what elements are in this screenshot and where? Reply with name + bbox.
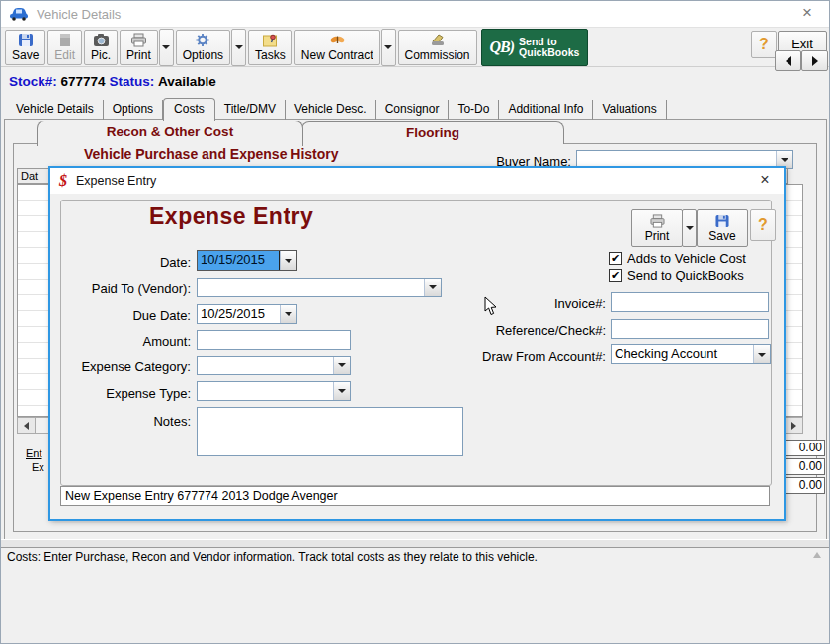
due-date-combo[interactable]: 10/25/2015 [197, 304, 297, 324]
send-to-quickbooks-button[interactable]: QB) Send to QuickBooks [481, 29, 589, 66]
invoice-label: Invoice#: [347, 296, 606, 311]
status-label: Status: [109, 74, 154, 89]
adds-to-vehicle-cost-row: Adds to Vehicle Cost [609, 251, 746, 266]
camera-icon [93, 33, 110, 47]
chevron-down-icon [235, 45, 243, 49]
stock-label: Stock#: [9, 74, 57, 89]
new-contract-button[interactable]: New Contract [294, 30, 380, 65]
save-icon [18, 33, 34, 47]
options-label: Options [183, 48, 223, 62]
tab-additional-info[interactable]: Additional Info [499, 100, 593, 120]
dialog-titlebar: $ Expense Entry × [50, 168, 784, 194]
scroll-left-button[interactable] [18, 418, 36, 433]
tab-vehicle-details[interactable]: Vehicle Details [7, 100, 104, 120]
chevron-down-icon [424, 279, 441, 296]
adds-to-vehicle-cost-label: Adds to Vehicle Cost [627, 251, 746, 266]
total-field-2: 0.00 [780, 458, 825, 475]
next-record-button[interactable] [801, 50, 828, 71]
options-dropdown-button[interactable] [231, 29, 246, 66]
expense-type-combo[interactable] [197, 381, 351, 401]
expense-entry-dialog: $ Expense Entry × Expense Entry Print Sa… [48, 166, 786, 521]
quickbooks-button-label: Send to QuickBooks [519, 37, 579, 58]
splitter-bar[interactable] [1, 539, 829, 548]
dialog-save-button[interactable]: Save [697, 209, 748, 247]
subtab-recon-other-cost[interactable]: Recon & Other Cost [37, 121, 303, 146]
hint-status-text: Costs: Enter Purchase, Recon and Vendor … [7, 550, 538, 564]
chevron-down-icon [686, 226, 694, 230]
adds-to-vehicle-cost-checkbox[interactable] [609, 252, 622, 265]
help-button[interactable]: ? [751, 31, 777, 58]
dialog-help-button[interactable]: ? [750, 209, 776, 241]
scroll-right-button[interactable] [785, 418, 802, 433]
dialog-title: Expense Entry [76, 174, 156, 188]
quickbooks-logo-icon: QB) [490, 39, 515, 56]
expense-category-label: Expense Category: [50, 360, 191, 374]
edit-button: Edit [47, 30, 82, 65]
note-pushpin-icon [262, 33, 278, 47]
subtab-flooring[interactable]: Flooring [301, 121, 564, 144]
vehicle-details-window: Vehicle Details × Save Edit Pic. [0, 0, 830, 644]
chevron-down-icon [280, 251, 296, 270]
invoice-field[interactable] [611, 292, 769, 312]
save-icon [714, 214, 730, 228]
commission-icon [430, 33, 446, 47]
save-button[interactable]: Save [5, 30, 45, 65]
window-title: Vehicle Details [37, 7, 121, 22]
previous-record-button[interactable] [775, 50, 801, 71]
send-to-quickbooks-row: Send to QuickBooks [609, 268, 744, 282]
tab-options[interactable]: Options [104, 100, 163, 120]
tab-to-do[interactable]: To-Do [449, 100, 499, 120]
draw-from-account-combo[interactable]: Checking Account [611, 344, 771, 364]
notes-label: Notes: [50, 414, 191, 429]
save-label: Save [12, 48, 39, 62]
dialog-print-dropdown-button[interactable] [682, 209, 697, 247]
reference-check-field[interactable] [611, 319, 769, 339]
arrow-left-icon [786, 56, 791, 66]
arrow-left-icon [24, 422, 29, 430]
dialog-print-button[interactable]: Print [631, 209, 683, 247]
notes-field[interactable] [197, 407, 463, 456]
main-tab-strip: Vehicle Details Options Costs Title/DMV … [7, 99, 667, 120]
draw-from-account-value: Checking Account [612, 345, 753, 363]
pictures-button[interactable]: Pic. [84, 30, 118, 65]
dialog-status-bar: New Expense Entry 677774 2013 Dodge Aven… [60, 486, 770, 506]
expense-type-label: Expense Type: [50, 386, 191, 401]
chevron-down-icon [753, 345, 770, 363]
scroll-up-icon[interactable] [813, 552, 821, 558]
printer-icon [130, 33, 147, 47]
new-contract-dropdown-button[interactable] [381, 29, 396, 66]
arrow-right-icon [812, 56, 818, 66]
tab-vehicle-desc[interactable]: Vehicle Desc. [286, 100, 376, 120]
pictures-label: Pic. [91, 48, 111, 62]
due-date-value: 10/25/2015 [198, 305, 280, 323]
main-toolbar: Save Edit Pic. Print [1, 28, 829, 67]
tab-costs[interactable]: Costs [163, 98, 215, 121]
due-date-label: Due Date: [50, 308, 191, 323]
window-titlebar: Vehicle Details × [1, 1, 829, 28]
date-combo[interactable]: 10/15/2015 [197, 250, 297, 271]
butterfly-icon [329, 33, 346, 47]
edit-icon [57, 33, 73, 47]
tab-consignor[interactable]: Consignor [376, 100, 450, 120]
status-value: Available [158, 74, 216, 89]
total-field-1: 0.00 [780, 440, 825, 456]
total-field-3: 0.00 [780, 477, 825, 494]
window-close-button[interactable]: × [795, 3, 819, 23]
send-to-quickbooks-label: Send to QuickBooks [627, 268, 744, 282]
tasks-button[interactable]: Tasks [248, 30, 292, 65]
print-button[interactable]: Print [120, 30, 158, 65]
paid-to-combo[interactable] [197, 278, 442, 297]
date-label: Date: [50, 255, 191, 270]
tab-valuations[interactable]: Valuations [593, 100, 666, 120]
expense-category-combo[interactable] [197, 356, 351, 375]
amount-field[interactable] [197, 330, 351, 350]
dialog-close-button[interactable]: × [754, 171, 776, 189]
question-mark-icon: ? [759, 36, 769, 53]
commission-button[interactable]: Commission [398, 30, 477, 65]
dialog-heading: Expense Entry [149, 203, 313, 230]
send-to-quickbooks-checkbox[interactable] [609, 269, 622, 282]
chevron-down-icon [384, 45, 392, 49]
print-dropdown-button[interactable] [159, 29, 174, 66]
options-button[interactable]: Options [176, 30, 230, 65]
tab-title-dmv[interactable]: Title/DMV [215, 100, 286, 120]
